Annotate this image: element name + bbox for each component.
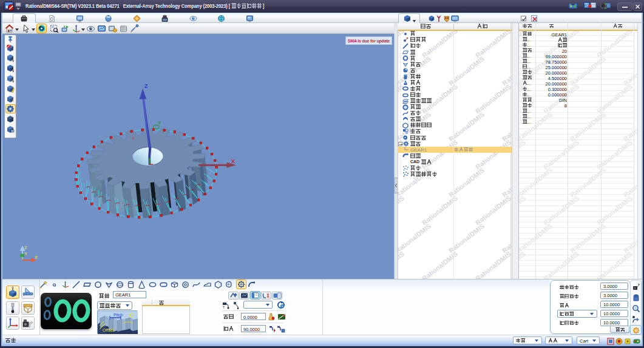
svg-text:X: X [231,158,235,164]
svg-text:RationalDMIS: RationalDMIS [398,222,432,254]
svg-text:Z: Z [24,245,27,250]
svg-text:RationalDMIS: RationalDMIS [398,194,405,226]
svg-text:Pitch: Pitch [114,313,123,317]
svg-text:RationalDMIS: RationalDMIS [474,30,512,59]
svg-text:Z: Z [144,83,148,89]
svg-text:RationalDMIS: RationalDMIS [474,138,512,170]
svg-text:RationalDMIS: RationalDMIS [474,194,512,226]
svg-text:Offset: Offset [103,328,114,332]
svg-text:T: T [223,306,225,309]
svg-text:RationalDMIS: RationalDMIS [474,250,512,279]
svg-text:RationalDMIS: RationalDMIS [398,250,405,279]
svg-text:Y: Y [24,251,27,256]
svg-text:RationalDMIS: RationalDMIS [474,82,512,115]
svg-text:X: X [35,255,38,260]
svg-text:Y: Y [158,120,161,125]
svg-text:27: 27 [585,4,589,8]
